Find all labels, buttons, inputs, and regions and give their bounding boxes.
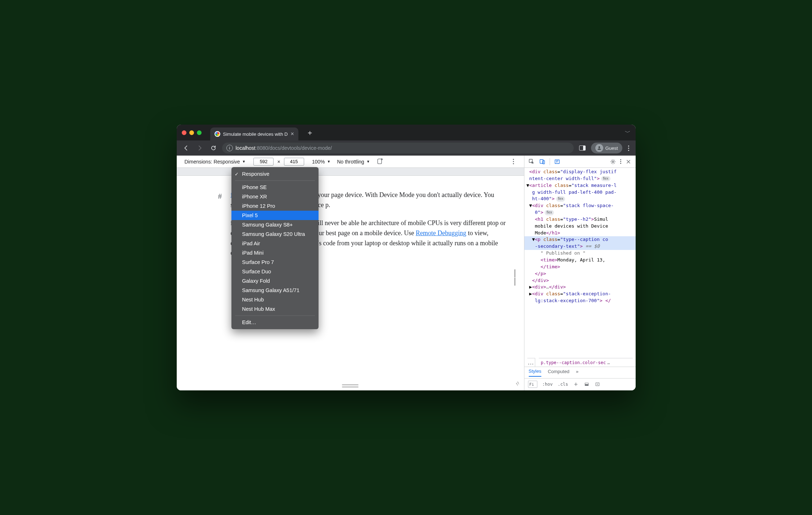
device-option-label: iPhone XR	[242, 194, 267, 200]
url-text: localhost:8080/docs/devtools/device-mode…	[236, 145, 332, 151]
dimensions-dropdown[interactable]: Dimensions: Responsive ▼	[185, 159, 246, 165]
device-option[interactable]: Surface Pro 7	[231, 258, 319, 267]
times-label: ×	[277, 159, 280, 165]
device-option-label: Nest Hub Max	[242, 306, 275, 312]
link-remote-debugging[interactable]: Remote Debugging	[416, 229, 466, 237]
device-mode-toggle-icon[interactable]	[539, 158, 546, 165]
zoom-dropdown[interactable]: 100% ▼	[312, 159, 331, 165]
flex-badge[interactable]: flex	[601, 176, 610, 182]
flex-badge[interactable]: flex	[556, 196, 565, 202]
device-option-label: Edit…	[242, 319, 257, 325]
maximize-window-button[interactable]	[197, 130, 202, 135]
menu-separator	[235, 180, 315, 181]
side-panel-icon[interactable]	[577, 143, 587, 153]
minimize-window-button[interactable]	[189, 130, 194, 135]
device-option[interactable]: iPhone XR	[231, 192, 319, 201]
device-option-edit[interactable]: Edit…	[231, 318, 319, 327]
device-option[interactable]: iPhone 12 Pro	[231, 201, 319, 211]
device-option-label: iPad Mini	[242, 250, 264, 256]
flex-badge[interactable]: flex	[545, 210, 554, 215]
devtools-menu-button[interactable]	[620, 159, 621, 164]
hov-toggle[interactable]: :hov	[542, 382, 553, 387]
throttling-label: No throttling	[337, 159, 364, 165]
device-option-responsive[interactable]: ✓ Responsive	[231, 169, 319, 179]
device-option[interactable]: Pixel 5	[231, 211, 319, 220]
device-option[interactable]: iPad Mini	[231, 248, 319, 258]
breadcrumb-overflow-icon[interactable]: …	[527, 358, 535, 367]
svg-rect-7	[585, 384, 588, 386]
forward-button[interactable]	[195, 143, 205, 153]
tab-title: Simulate mobile devices with D	[223, 131, 288, 137]
device-option[interactable]: Samsung Galaxy S8+	[231, 220, 319, 229]
device-option-label: Pixel 5	[242, 212, 258, 218]
device-option-label: Samsung Galaxy S20 Ultra	[242, 231, 305, 237]
elements-tree[interactable]: <div class="display-flex justif ntent-ce…	[524, 168, 636, 390]
devtools-close-icon[interactable]	[625, 158, 632, 165]
tab-computed[interactable]: Computed	[548, 369, 569, 376]
window-controls	[182, 130, 202, 135]
resize-handle[interactable]	[342, 384, 358, 388]
device-option[interactable]: iPhone SE	[231, 183, 319, 192]
content-area: Dimensions: Responsive ▼ × 100% ▼ No thr…	[177, 156, 636, 390]
new-style-rule-icon[interactable]	[573, 381, 579, 387]
device-toolbar-menu[interactable]	[511, 159, 516, 164]
corner-resize-icon[interactable]: 〃	[511, 378, 524, 390]
elements-panel-icon[interactable]	[554, 158, 561, 165]
reload-button[interactable]	[208, 143, 218, 153]
new-tab-button[interactable]: ＋	[303, 128, 316, 138]
site-info-icon[interactable]: i	[226, 145, 233, 151]
avatar-icon	[595, 144, 603, 152]
close-window-button[interactable]	[182, 130, 186, 135]
styles-pane: Styles Computed » Fi :hov .cls	[524, 367, 636, 390]
device-option[interactable]: Samsung Galaxy S20 Ultra	[231, 229, 319, 239]
device-option[interactable]: Galaxy Fold	[231, 276, 319, 286]
width-input[interactable]	[253, 158, 274, 166]
device-option-label: iPad Air	[242, 241, 260, 246]
device-option[interactable]: Samsung Galaxy A51/71	[231, 286, 319, 295]
cls-toggle[interactable]: .cls	[558, 382, 568, 387]
device-option-label: Nest Hub	[242, 297, 264, 303]
settings-gear-icon[interactable]	[609, 158, 617, 165]
device-option[interactable]: Nest Hub	[231, 295, 319, 304]
menu-separator	[235, 315, 315, 316]
svg-rect-8	[596, 383, 599, 386]
height-input[interactable]	[284, 158, 304, 166]
tabs-overflow-icon[interactable]: »	[576, 369, 578, 376]
profile-label: Guest	[605, 145, 618, 151]
styles-tabs: Styles Computed »	[524, 367, 636, 379]
device-option[interactable]: Surface Duo	[231, 267, 319, 276]
tabs-overflow-icon[interactable]: ﹀	[625, 129, 631, 136]
rotate-icon[interactable]	[376, 158, 384, 166]
elements-breadcrumb[interactable]: p.type--caption.color-sec …	[539, 358, 633, 367]
throttling-dropdown[interactable]: No throttling ▼	[337, 159, 370, 165]
browser-menu-button[interactable]	[626, 145, 631, 151]
scroll-indicator-icon[interactable]	[514, 269, 515, 286]
computed-styles-icon[interactable]	[584, 381, 590, 387]
tab-styles[interactable]: Styles	[529, 368, 541, 377]
device-option[interactable]: Nest Hub Max	[231, 304, 319, 314]
device-option-label: Surface Duo	[242, 269, 271, 274]
back-button[interactable]	[181, 143, 191, 153]
heading-anchor-icon[interactable]: #	[218, 190, 222, 202]
address-bar[interactable]: i localhost:8080/docs/devtools/device-mo…	[222, 143, 574, 153]
device-option-label: Samsung Galaxy A51/71	[242, 287, 300, 293]
styles-filter-input[interactable]: Fi	[528, 381, 537, 388]
inspect-element-icon[interactable]	[528, 158, 535, 165]
device-option-label: Surface Pro 7	[242, 259, 274, 265]
device-option-label: Samsung Galaxy S8+	[242, 222, 293, 228]
breadcrumb-item[interactable]: p.type--caption.color-sec	[541, 360, 606, 365]
device-option[interactable]: iPad Air	[231, 239, 319, 248]
ruler[interactable]	[177, 168, 524, 176]
svg-point-0	[598, 146, 600, 148]
device-option-label: Responsive	[242, 171, 270, 177]
browser-tab[interactable]: Simulate mobile devices with D ×	[210, 127, 298, 140]
browser-window: Simulate mobile devices with D × ＋ ﹀ i l…	[177, 125, 636, 390]
profile-chip[interactable]: Guest	[591, 143, 622, 153]
rendered-page[interactable]: # first-order approximation of how your …	[177, 176, 524, 390]
device-mode-pane: Dimensions: Responsive ▼ × 100% ▼ No thr…	[177, 156, 524, 390]
tab-close-icon[interactable]: ×	[290, 131, 294, 137]
dropdown-caret-icon: ▼	[242, 160, 246, 164]
device-option-label: iPhone 12 Pro	[242, 203, 275, 209]
toggle-sidebar-icon[interactable]	[595, 381, 600, 387]
devtools-pane: <div class="display-flex justif ntent-ce…	[524, 156, 636, 390]
